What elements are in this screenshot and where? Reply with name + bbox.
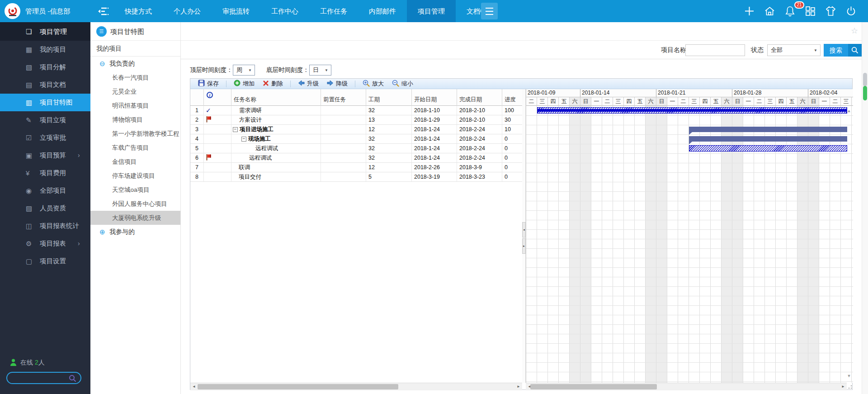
save-button[interactable]: 保存 — [194, 79, 223, 89]
gantt-bar-task[interactable] — [537, 107, 847, 114]
search-button[interactable]: 搜索 — [824, 44, 862, 57]
splitter-collapse-left-icon[interactable]: ◄ — [522, 222, 526, 237]
sidebar-item-5[interactable]: ☑立项审批 — [0, 129, 90, 147]
project-tree-item[interactable]: 博物馆项目 — [90, 113, 180, 127]
sidebar-item-0[interactable]: ▦我的项目 — [0, 41, 90, 58]
nav-tab-4[interactable]: 工作任务 — [309, 0, 358, 22]
sidebar-item-6[interactable]: ▣项目预算› — [0, 147, 90, 164]
project-tree-item[interactable]: 长春一汽项目 — [90, 71, 180, 85]
nav-tab-5[interactable]: 内部邮件 — [358, 0, 407, 22]
nav-tab-0[interactable]: 快捷方式 — [114, 0, 163, 22]
sidebar-item-11[interactable]: ⚙项目报表› — [0, 235, 90, 252]
nav-tab-2[interactable]: 审批流转 — [212, 0, 260, 22]
resize-grip-icon[interactable] — [847, 384, 853, 390]
more-menu-icon[interactable] — [481, 3, 498, 19]
nav-tab-1[interactable]: 个人办公 — [163, 0, 212, 22]
add-shortcut-icon[interactable] — [744, 5, 755, 17]
nav-tab-3[interactable]: 工作中心 — [260, 0, 309, 22]
sidebar-module-header[interactable]: ❏ 项目管理 — [0, 22, 90, 41]
sidebar-item-3[interactable]: ▥项目甘特图 — [0, 94, 90, 111]
grid-horizontal-scrollbar[interactable]: ◄ ► — [190, 383, 522, 390]
task-row[interactable]: 6远程调试322018-1-242018-2-240 — [190, 153, 522, 163]
sidebar-search-input[interactable] — [12, 373, 66, 383]
predecessor-cell — [321, 163, 366, 172]
demote-task-button[interactable]: 降级 — [323, 79, 352, 89]
project-tree-item[interactable]: 明讯恒基项目 — [90, 99, 180, 113]
add-task-button[interactable]: 增加 — [230, 79, 259, 89]
expand-circle-icon[interactable]: ⊕ — [99, 225, 105, 239]
collapse-circle-icon[interactable]: ⊖ — [99, 57, 105, 71]
sidebar-item-2[interactable]: ▤项目文档 — [0, 76, 90, 94]
task-row[interactable]: 1✓需求调研322018-1-102018-2-10100 — [190, 106, 522, 115]
notifications-bell-icon[interactable] — [784, 5, 796, 17]
tree-group-expanded[interactable]: ⊖我负责的 — [90, 57, 180, 71]
page-vertical-scrollbar[interactable] — [862, 22, 868, 394]
sidebar-collapse-icon[interactable] — [97, 5, 109, 18]
sidebar-item-8[interactable]: ◉全部项目 — [0, 182, 90, 199]
topbar-menu: 快捷方式个人办公审批流转工作中心工作任务内部邮件项目管理文档中心 — [114, 0, 505, 22]
project-name: 车载广告项目 — [112, 141, 149, 155]
tree-group-collapsed[interactable]: ⊕我参与的 — [90, 225, 180, 239]
scroll-right-icon[interactable]: ► — [840, 383, 847, 390]
gantt-day-header: 一 — [743, 97, 754, 106]
apps-grid-icon[interactable] — [805, 5, 816, 17]
project-tree-item[interactable]: 外国人服务中心项目 — [90, 197, 180, 211]
grid-scroll-thumb[interactable] — [198, 384, 398, 389]
splitter-collapse-right-icon[interactable]: ► — [522, 238, 526, 254]
task-row[interactable]: 7联调122018-2-262018-3-90 — [190, 163, 522, 172]
sidebar-item-7[interactable]: ¥项目费用 — [0, 164, 90, 182]
home-icon[interactable] — [764, 5, 775, 17]
collapse-minus-icon[interactable]: − — [241, 137, 246, 142]
task-row[interactable]: 3−项目进场施工122018-1-242018-2-2410 — [190, 125, 522, 134]
task-name-cell: −项目进场施工 — [231, 125, 321, 134]
zoom-in-button[interactable]: 放大 — [359, 79, 388, 89]
scrollbar-thumb[interactable] — [863, 86, 867, 100]
project-tree-item[interactable]: 车载广告项目 — [90, 141, 180, 155]
sidebar-item-12[interactable]: ▢项目设置 — [0, 252, 90, 270]
sidebar-search-box[interactable] — [6, 372, 81, 384]
project-name-input[interactable] — [685, 44, 745, 56]
project-tree-item[interactable]: 元昊企业 — [90, 85, 180, 99]
promote-task-button[interactable]: 升级 — [294, 79, 323, 89]
project-tree-item[interactable]: 大厦弱电系统升级 — [90, 211, 180, 225]
task-row[interactable]: 8项目交付52018-3-192018-3-230 — [190, 172, 522, 182]
favorite-star-icon[interactable]: ☆ — [851, 26, 858, 36]
project-tree-item[interactable]: 第一小学新增教学楼工程 — [90, 127, 180, 141]
sidebar-item-1[interactable]: ▧项目分解 — [0, 58, 90, 76]
bottom-scale-select[interactable]: 日 ▼ — [309, 65, 331, 76]
logout-power-icon[interactable] — [845, 5, 857, 17]
status-select[interactable]: 全部 ▼ — [767, 44, 821, 56]
delete-task-button[interactable]: 删除 — [259, 79, 287, 89]
zoom-out-button[interactable]: 缩小 — [388, 79, 417, 89]
gantt-bar-task[interactable] — [689, 145, 847, 152]
scroll-right-icon[interactable]: ► — [515, 383, 522, 390]
project-tree-item[interactable]: 天空城oa项目 — [90, 183, 180, 197]
expense-icon: ¥ — [26, 164, 29, 182]
pane-splitter[interactable]: ◄ ► — [522, 89, 526, 383]
sidebar-item-9[interactable]: ▨人员资质 — [0, 199, 90, 217]
nav-tab-6[interactable]: 项目管理 — [407, 0, 456, 22]
scroll-left-icon[interactable]: ◄ — [190, 383, 198, 390]
gantt-vscroll-down-icon[interactable]: ▼ — [846, 374, 852, 378]
task-row[interactable]: 5远程调试322018-1-242018-2-240 — [190, 144, 522, 153]
collapse-minus-icon[interactable]: − — [233, 127, 238, 132]
gantt-bar-summary[interactable] — [689, 127, 847, 132]
chart-scroll-thumb[interactable] — [530, 384, 657, 389]
chart-horizontal-scrollbar[interactable]: ◄ ► — [526, 383, 847, 390]
scrollbar-track-segment[interactable] — [863, 73, 867, 86]
project-tree-item[interactable]: 金信项目 — [90, 155, 180, 169]
sidebar-item-10[interactable]: ◫项目报表统计 — [0, 217, 90, 235]
project-tree-item[interactable]: 停车场建设项目 — [90, 169, 180, 183]
gantt-vscroll-up-icon[interactable]: ▲ — [846, 109, 852, 113]
theme-shirt-icon[interactable] — [825, 5, 836, 17]
sidebar-item-4[interactable]: ✎项目立项 — [0, 111, 90, 129]
sidebar-item-label: 人员资质 — [40, 199, 66, 217]
finish-date-cell: 2018-2-24 — [457, 144, 502, 153]
app-logo[interactable] — [5, 3, 20, 19]
top-scale-select[interactable]: 周 ▼ — [233, 65, 255, 76]
gantt-bar-summary[interactable] — [689, 136, 847, 142]
task-row[interactable]: 2方案设计132018-1-292018-2-1030 — [190, 115, 522, 125]
project-name: 停车场建设项目 — [112, 169, 155, 183]
sidebar-search-icon[interactable] — [69, 375, 76, 382]
task-row[interactable]: 4−现场施工322018-1-242018-2-240 — [190, 134, 522, 144]
